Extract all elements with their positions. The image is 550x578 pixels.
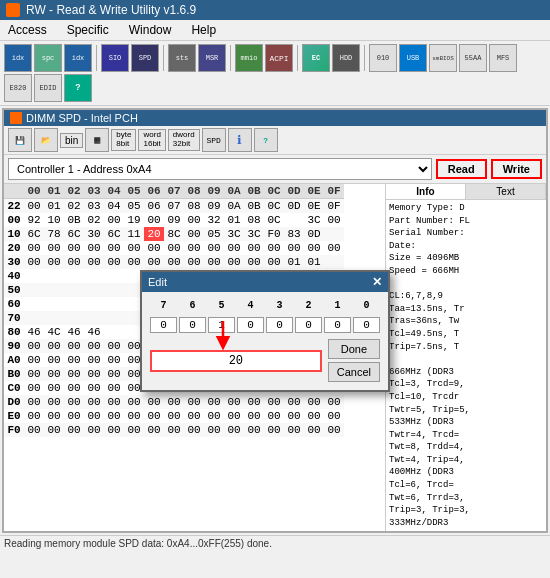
cell[interactable]: 00 bbox=[104, 353, 124, 367]
cell[interactable]: 00 bbox=[184, 395, 204, 409]
cell[interactable]: 0D bbox=[304, 227, 324, 241]
chip-btn[interactable]: ▦ bbox=[85, 128, 109, 152]
cell[interactable]: 0C bbox=[264, 213, 284, 227]
cell[interactable]: 00 bbox=[264, 255, 284, 269]
cell[interactable]: 00 bbox=[224, 241, 244, 255]
cell[interactable]: 00 bbox=[64, 409, 84, 423]
cell[interactable]: 00 bbox=[44, 255, 64, 269]
cell[interactable]: 78 bbox=[44, 227, 64, 241]
bit-7[interactable]: 0 bbox=[150, 317, 177, 333]
cell[interactable]: 00 bbox=[84, 395, 104, 409]
cell[interactable]: 05 bbox=[204, 227, 224, 241]
cell[interactable] bbox=[284, 213, 304, 227]
cell[interactable]: 6C bbox=[64, 227, 84, 241]
cell[interactable]: 00 bbox=[84, 353, 104, 367]
menu-access[interactable]: Access bbox=[4, 22, 51, 38]
cell[interactable]: 83 bbox=[284, 227, 304, 241]
cell[interactable]: 30 bbox=[84, 227, 104, 241]
bit-3[interactable]: 0 bbox=[266, 317, 293, 333]
cell[interactable]: 00 bbox=[164, 423, 184, 437]
cell[interactable]: 00 bbox=[184, 227, 204, 241]
cell[interactable]: 00 bbox=[84, 255, 104, 269]
cell[interactable]: 00 bbox=[44, 423, 64, 437]
e820-btn[interactable]: E820 bbox=[4, 74, 32, 102]
cell[interactable]: 00 bbox=[284, 241, 304, 255]
55aa-btn[interactable]: 55AA bbox=[459, 44, 487, 72]
usb-btn[interactable]: USB bbox=[399, 44, 427, 72]
cell[interactable]: 00 bbox=[124, 255, 144, 269]
cell[interactable]: 00 bbox=[24, 339, 44, 353]
dword-btn[interactable]: dword32bit bbox=[168, 129, 200, 151]
cell[interactable]: 00 bbox=[64, 423, 84, 437]
cell[interactable]: 00 bbox=[124, 423, 144, 437]
spd-sub-btn[interactable]: SPD bbox=[202, 128, 226, 152]
cell[interactable]: 00 bbox=[164, 409, 184, 423]
dialog-close-button[interactable]: ✕ bbox=[372, 275, 382, 289]
cell[interactable]: 00 bbox=[124, 395, 144, 409]
cell[interactable]: 00 bbox=[224, 409, 244, 423]
edit-value-input[interactable] bbox=[150, 350, 322, 372]
cell[interactable]: 00 bbox=[284, 409, 304, 423]
cell[interactable]: 05 bbox=[124, 199, 144, 214]
cell[interactable]: 00 bbox=[64, 241, 84, 255]
tab-info[interactable]: Info bbox=[386, 184, 466, 199]
cell[interactable]: 00 bbox=[64, 353, 84, 367]
cell[interactable] bbox=[24, 311, 44, 325]
cell[interactable]: 0B bbox=[64, 213, 84, 227]
cell[interactable]: 0A bbox=[224, 199, 244, 214]
cell[interactable]: 3C bbox=[224, 227, 244, 241]
cell[interactable]: 00 bbox=[104, 395, 124, 409]
cell[interactable]: 00 bbox=[44, 395, 64, 409]
cell[interactable]: 00 bbox=[324, 423, 344, 437]
cell[interactable]: 00 bbox=[244, 241, 264, 255]
cell[interactable]: 00 bbox=[324, 213, 344, 227]
cell[interactable] bbox=[324, 255, 344, 269]
cell[interactable]: 00 bbox=[184, 213, 204, 227]
cell[interactable]: 00 bbox=[104, 381, 124, 395]
cell[interactable]: 00 bbox=[104, 423, 124, 437]
cell[interactable]: 04 bbox=[104, 199, 124, 214]
menu-window[interactable]: Window bbox=[125, 22, 176, 38]
cell[interactable]: 00 bbox=[24, 423, 44, 437]
cell[interactable]: 0E bbox=[304, 199, 324, 214]
cell[interactable] bbox=[324, 227, 344, 241]
cell[interactable] bbox=[104, 325, 124, 339]
cell[interactable]: 00 bbox=[264, 409, 284, 423]
cell[interactable]: 00 bbox=[164, 241, 184, 255]
cell[interactable]: 02 bbox=[64, 199, 84, 214]
cell[interactable]: 00 bbox=[144, 255, 164, 269]
cell[interactable]: 00 bbox=[184, 255, 204, 269]
cell[interactable]: 00 bbox=[84, 423, 104, 437]
bit-0[interactable]: 0 bbox=[353, 317, 380, 333]
cell[interactable]: 0B bbox=[244, 199, 264, 214]
cell[interactable]: 00 bbox=[64, 381, 84, 395]
cell[interactable]: 00 bbox=[264, 241, 284, 255]
cell[interactable]: 02 bbox=[84, 213, 104, 227]
cell[interactable]: 00 bbox=[84, 367, 104, 381]
ec-btn[interactable]: EC bbox=[302, 44, 330, 72]
cell[interactable]: 6C bbox=[104, 227, 124, 241]
cell[interactable]: 11 bbox=[124, 227, 144, 241]
cell[interactable]: 03 bbox=[84, 199, 104, 214]
status-btn[interactable]: sts bbox=[168, 44, 196, 72]
cell[interactable]: 32 bbox=[204, 213, 224, 227]
cell[interactable]: 00 bbox=[44, 381, 64, 395]
acpi-btn[interactable]: ACPI bbox=[265, 44, 293, 72]
cell[interactable]: 00 bbox=[304, 241, 324, 255]
hdd-btn[interactable]: HDD bbox=[332, 44, 360, 72]
bit-4[interactable]: 0 bbox=[237, 317, 264, 333]
counter-btn[interactable]: 010 bbox=[369, 44, 397, 72]
cell[interactable]: 00 bbox=[24, 241, 44, 255]
main-help-btn[interactable]: ? bbox=[64, 74, 92, 102]
byte-btn[interactable]: byte8bit bbox=[111, 129, 136, 151]
cell[interactable]: 00 bbox=[304, 395, 324, 409]
cell[interactable]: 09 bbox=[204, 199, 224, 214]
bit-6[interactable]: 0 bbox=[179, 317, 206, 333]
cell[interactable]: 00 bbox=[84, 241, 104, 255]
bin-btn[interactable]: bin bbox=[60, 133, 83, 148]
cell[interactable]: 00 bbox=[104, 241, 124, 255]
bit-1[interactable]: 0 bbox=[324, 317, 351, 333]
edid-btn[interactable]: EDID bbox=[34, 74, 62, 102]
read-button[interactable]: Read bbox=[436, 159, 487, 179]
cell[interactable]: 00 bbox=[244, 395, 264, 409]
